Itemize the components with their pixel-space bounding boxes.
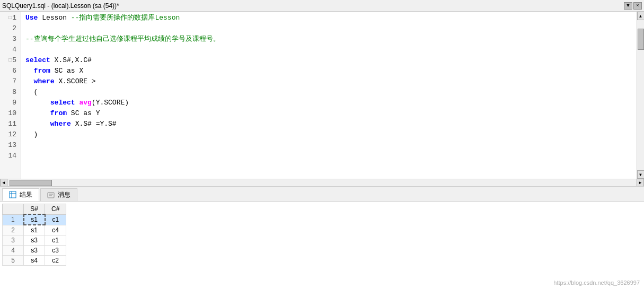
code-segment: where	[34, 76, 55, 87]
cell-c[interactable]: c3	[45, 246, 66, 256]
scroll-right-arrow[interactable]: ►	[637, 179, 644, 187]
code-segment	[25, 98, 50, 108]
code-segment: X.SCORE >	[55, 76, 96, 87]
table-row[interactable]: 5s4c2	[3, 256, 66, 266]
scroll-left-arrow[interactable]: ◄	[0, 179, 7, 187]
line-number: 3	[0, 34, 19, 45]
tab-messages[interactable]: 消息	[40, 188, 77, 201]
code-line: where X.S# =Y.S#	[25, 119, 637, 129]
results-panel: 结果消息 S#C#1s1c12s1c43s3c14s3c35s4c2 https…	[0, 187, 644, 288]
horizontal-scrollbar[interactable]: ◄ ►	[0, 179, 644, 186]
title-text: SQLQuery1.sql - (local).Lesson (sa (54))…	[2, 2, 119, 10]
cell-c[interactable]: c2	[45, 256, 66, 266]
code-segment: X.S#,X.C#	[50, 55, 92, 66]
tab-label: 结果	[20, 190, 32, 199]
minimize-button[interactable]: ▼	[624, 2, 632, 10]
collapse-icon[interactable]: □	[8, 55, 12, 66]
cell-c[interactable]: c1	[45, 214, 66, 225]
row-number: 2	[3, 225, 24, 235]
svg-rect-3	[48, 193, 54, 198]
table-row[interactable]: 2s1c4	[3, 225, 66, 235]
code-segment: avg	[79, 98, 91, 108]
code-line: from SC as Y	[25, 108, 637, 119]
line-number: □ 5	[0, 55, 19, 66]
table-row[interactable]: 3s3c1	[3, 235, 66, 246]
vertical-scrollbar[interactable]: ▲ ▼	[637, 12, 644, 179]
cell-s[interactable]: s3	[24, 246, 45, 256]
table-row[interactable]: 1s1c1	[3, 214, 66, 225]
cell-s[interactable]: s1	[24, 225, 45, 235]
code-segment	[25, 66, 34, 76]
code-line: where X.SCORE >	[25, 76, 637, 87]
line-number: 12	[0, 129, 19, 140]
cell-s[interactable]: s4	[24, 256, 45, 266]
code-segment: )	[25, 129, 38, 140]
line-number: 8	[0, 87, 19, 98]
h-scroll-thumb[interactable]	[10, 180, 52, 186]
code-line	[25, 140, 637, 151]
line-number: 10	[0, 108, 19, 119]
table-icon	[9, 191, 16, 198]
code-segment: where	[50, 119, 71, 129]
close-button[interactable]: ×	[633, 2, 642, 10]
table-header: C#	[45, 204, 66, 215]
code-line	[25, 23, 637, 34]
code-line: select avg(Y.SCORE)	[25, 98, 637, 108]
code-segment: SC as Y	[67, 108, 100, 119]
row-number: 1	[3, 214, 24, 225]
code-segment: from	[34, 66, 50, 76]
collapse-icon[interactable]: □	[8, 13, 12, 23]
results-tabs: 结果消息	[0, 187, 644, 202]
scroll-thumb[interactable]	[638, 29, 644, 50]
tab-results[interactable]: 结果	[2, 188, 39, 201]
line-number: 9	[0, 98, 19, 108]
code-line: (	[25, 87, 637, 98]
code-segment: X.S# =Y.S#	[71, 119, 117, 129]
code-line	[25, 45, 637, 55]
cell-c[interactable]: c1	[45, 235, 66, 246]
code-line	[25, 151, 637, 161]
code-line: --查询每个学生超过他自己选修课程平均成绩的学号及课程号。	[25, 34, 637, 45]
table-header	[3, 204, 24, 215]
line-number: 11	[0, 119, 19, 129]
code-segment: select	[25, 55, 50, 66]
code-editor[interactable]: Use Lesson --指向需要所操作的数据库Lesson --查询每个学生超…	[21, 12, 637, 179]
line-number: 13	[0, 140, 19, 151]
code-segment	[25, 76, 34, 87]
code-line: Use Lesson --指向需要所操作的数据库Lesson	[25, 13, 637, 23]
code-segment: (Y.SCORE)	[92, 98, 129, 108]
line-number: □ 1	[0, 13, 19, 23]
code-segment	[75, 98, 80, 108]
results-table: S#C#1s1c12s1c43s3c14s3c35s4c2	[2, 204, 66, 266]
code-segment: from	[50, 108, 67, 119]
title-bar: SQLQuery1.sql - (local).Lesson (sa (54))…	[0, 0, 644, 12]
line-number: 14	[0, 151, 19, 161]
tab-label: 消息	[58, 190, 70, 199]
title-controls: ▼ ×	[624, 2, 642, 10]
line-number: 6	[0, 66, 19, 76]
cell-c[interactable]: c4	[45, 225, 66, 235]
row-number: 4	[3, 246, 24, 256]
code-segment: --查询每个学生超过他自己选修课程平均成绩的学号及课程号。	[25, 34, 220, 45]
code-segment: --指向需要所操作的数据库Lesson	[71, 13, 180, 23]
code-segment: Lesson	[38, 13, 70, 23]
code-segment: select	[50, 98, 75, 108]
message-icon	[47, 191, 55, 199]
cell-s[interactable]: s3	[24, 235, 45, 246]
code-line: select X.S#,X.C#	[25, 55, 637, 66]
results-table-area[interactable]: S#C#1s1c12s1c43s3c14s3c35s4c2	[0, 202, 644, 288]
code-segment: (	[25, 87, 38, 98]
code-line: )	[25, 129, 637, 140]
code-segment: Use	[25, 13, 38, 23]
table-row[interactable]: 4s3c3	[3, 246, 66, 256]
scroll-up-arrow[interactable]: ▲	[637, 12, 645, 20]
line-numbers: □ 1234□ 567891011121314	[0, 12, 21, 179]
line-number: 7	[0, 76, 19, 87]
code-segment	[25, 119, 50, 129]
line-number: 2	[0, 23, 19, 34]
code-line: from SC as X	[25, 66, 637, 76]
editor-area: □ 1234□ 567891011121314 Use Lesson --指向需…	[0, 12, 644, 187]
cell-s[interactable]: s1	[24, 214, 45, 225]
scroll-down-arrow[interactable]: ▼	[637, 170, 645, 179]
row-number: 3	[3, 235, 24, 246]
